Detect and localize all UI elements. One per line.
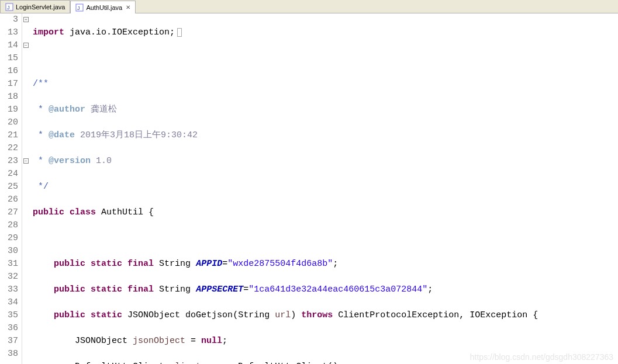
tab-label: AuthUtil.java [86, 4, 122, 11]
line-number: 34 [0, 296, 18, 309]
line-number: 37 [0, 335, 18, 348]
cursor [177, 28, 182, 37]
line-number: 25 [0, 181, 18, 193]
line-number: 38 [0, 348, 18, 360]
editor-tabs: J LoginServlet.java J AuthUtil.java ✕ [0, 0, 618, 13]
line-number: 14 [0, 39, 18, 52]
tab-label: LoginServlet.java [16, 4, 65, 11]
line-number: 32 [0, 271, 18, 283]
line-number: 19 [0, 103, 18, 116]
line-number: 15 [0, 52, 18, 65]
tab-authutil[interactable]: J AuthUtil.java ✕ [70, 1, 136, 13]
line-number: 23 [0, 155, 18, 168]
line-number-gutter: 3 13 14 15 16 17 18 19 20 21 22 23 24 25… [0, 13, 22, 364]
svg-text:J: J [77, 5, 80, 11]
line-number: 33 [0, 283, 18, 296]
tab-loginservlet[interactable]: J LoginServlet.java [0, 0, 70, 13]
fold-collapse-icon[interactable]: − [23, 43, 29, 48]
line-number: 36 [0, 322, 18, 335]
line-number: 3 [0, 13, 18, 26]
code-editor[interactable]: 3 13 14 15 16 17 18 19 20 21 22 23 24 25… [0, 13, 618, 364]
line-number: 13 [0, 26, 18, 39]
line-number: 26 [0, 193, 18, 206]
line-number: 28 [0, 219, 18, 232]
line-number: 29 [0, 232, 18, 245]
line-number: 30 [0, 245, 18, 258]
fold-expand-icon[interactable]: + [23, 17, 29, 22]
line-number: 31 [0, 258, 18, 271]
line-number: 18 [0, 91, 18, 103]
watermark: https://blog.csdn.net/gdsgdh308227363 [470, 352, 613, 362]
line-number: 27 [0, 206, 18, 219]
close-icon[interactable]: ✕ [126, 4, 130, 11]
fold-collapse-icon[interactable]: − [23, 158, 29, 164]
fold-column: + − − ! [22, 13, 32, 364]
line-number: 16 [0, 65, 18, 78]
java-file-icon: J [75, 4, 84, 12]
svg-text:J: J [7, 5, 10, 11]
line-number: 17 [0, 78, 18, 91]
line-number: 20 [0, 116, 18, 129]
code-area[interactable]: import java.io.IOException; /** * @autho… [32, 13, 618, 364]
java-file-icon: J [5, 3, 13, 11]
line-number: 21 [0, 129, 18, 142]
line-number: 22 [0, 142, 18, 155]
line-number: 35 [0, 309, 18, 322]
line-number: 24 [0, 168, 18, 181]
